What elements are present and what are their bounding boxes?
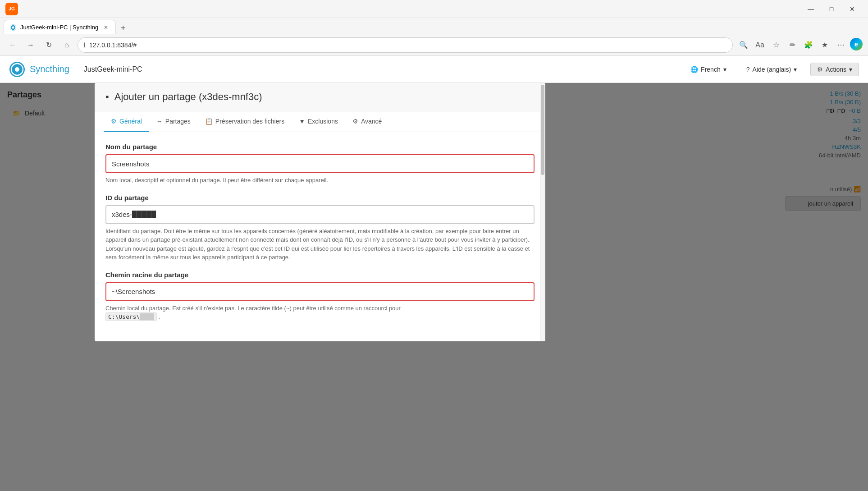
nom-input[interactable]: [105, 154, 535, 173]
pen-button[interactable]: ✏: [785, 38, 799, 52]
tab-bar: JustGeek-mini-PC | Syncthing ✕ +: [0, 18, 868, 34]
chemin-dot: .: [158, 313, 160, 320]
globe-icon: 🌐: [690, 66, 698, 73]
syncthing-logo: Syncthing: [9, 61, 69, 78]
preservation-tab-icon: 📋: [205, 118, 213, 125]
aide-label: Aide (anglais): [752, 66, 791, 73]
french-button[interactable]: 🌐 French ▾: [684, 63, 733, 76]
main-content: Partages 📁 Default 1 B/s (30 B) 1 B/s (3…: [0, 83, 868, 491]
lock-icon: ℹ: [83, 41, 86, 49]
chemin-group: Chemin racine du partage Chemin local du…: [105, 271, 535, 321]
exclusions-tab-label: Exclusions: [308, 118, 338, 125]
refresh-button[interactable]: ↻: [41, 38, 56, 52]
search-button[interactable]: 🔍: [736, 38, 751, 52]
new-tab-button[interactable]: +: [117, 22, 129, 34]
nav-bar: ← → ↻ ⌂ ℹ 127.0.0.1:8384/# 🔍 Aa ☆ ✏ 🧩 ★ …: [0, 34, 868, 56]
french-dropdown-icon: ▾: [723, 66, 726, 73]
chemin-code: C:\Users\████: [105, 312, 157, 321]
actions-label: Actions: [826, 66, 846, 73]
tab-exclusions[interactable]: ▼ Exclusions: [292, 111, 345, 132]
back-button[interactable]: ←: [5, 38, 20, 52]
tab-avance[interactable]: ⚙ Avancé: [345, 111, 389, 132]
svg-point-3: [15, 67, 19, 72]
browser-app-icon: JG: [5, 3, 18, 15]
exclusions-tab-icon: ▼: [299, 118, 305, 125]
menu-button[interactable]: ⋯: [834, 38, 848, 52]
modal-tabs: ⚙ Général ↔ Partages 📋 Préservation des …: [95, 111, 545, 132]
chemin-label: Chemin racine du partage: [105, 271, 535, 279]
syncthing-logo-text: Syncthing: [30, 64, 69, 74]
id-label: ID du partage: [105, 194, 535, 202]
french-label: French: [701, 66, 721, 73]
modal-body: Nom du partage Nom local, descriptif et …: [95, 132, 545, 341]
chemin-help: Chemin local du partage. Est créé s'il n…: [105, 304, 535, 321]
forward-button[interactable]: →: [23, 38, 38, 52]
syncthing-app: Syncthing JustGeek-mini-PC 🌐 French ▾ ? …: [0, 56, 868, 491]
nom-partage-group: Nom du partage Nom local, descriptif et …: [105, 143, 535, 185]
general-tab-icon: ⚙: [111, 118, 117, 125]
header-right: 🌐 French ▾ ? Aide (anglais) ▾ ⚙ Actions …: [684, 63, 859, 76]
nom-label: Nom du partage: [105, 143, 535, 151]
modal-overlay: ▪ Ajouter un partage (x3des-mnf3c) ⚙ Gén…: [0, 83, 868, 491]
address-text: 127.0.0.1:8384/#: [89, 41, 137, 49]
syncthing-tab[interactable]: JustGeek-mini-PC | Syncthing ✕: [4, 20, 116, 34]
home-button[interactable]: ⌂: [59, 38, 74, 52]
id-help: Identifiant du partage. Doit être le mêm…: [105, 227, 535, 262]
tab-preservation[interactable]: 📋 Préservation des fichiers: [198, 111, 292, 132]
collections-button[interactable]: ★: [818, 38, 832, 52]
general-tab-label: Général: [119, 118, 142, 125]
tab-partages[interactable]: ↔ Partages: [149, 111, 198, 132]
favorites-button[interactable]: ☆: [769, 38, 783, 52]
tab-general[interactable]: ⚙ Général: [104, 111, 149, 132]
aide-button[interactable]: ? Aide (anglais) ▾: [740, 63, 803, 76]
scrollbar-track[interactable]: [540, 83, 545, 341]
scrollbar-thumb[interactable]: [541, 85, 544, 175]
nav-right-buttons: 🔍 Aa ☆ ✏ 🧩 ★ ⋯ e: [736, 38, 863, 52]
id-input[interactable]: [105, 205, 535, 224]
avance-tab-label: Avancé: [361, 118, 382, 125]
syncthing-favicon: [9, 24, 17, 31]
extensions-button[interactable]: 🧩: [801, 38, 816, 52]
avance-tab-icon: ⚙: [352, 118, 358, 125]
syncthing-logo-icon: [9, 61, 25, 78]
svg-point-1: [12, 26, 14, 28]
modal-header: ▪ Ajouter un partage (x3des-mnf3c): [95, 83, 545, 111]
id-partage-group: ID du partage Identifiant du partage. Do…: [105, 194, 535, 262]
maximize-button[interactable]: □: [821, 2, 842, 16]
nom-help: Nom local, descriptif et optionnel du pa…: [105, 176, 535, 185]
edge-logo: e: [850, 38, 863, 50]
preservation-tab-label: Préservation des fichiers: [215, 118, 284, 125]
minimize-button[interactable]: —: [800, 2, 821, 16]
folder-header-icon: ▪: [105, 91, 109, 103]
modal-title: Ajouter un partage (x3des-mnf3c): [114, 91, 262, 103]
chemin-input[interactable]: [105, 282, 535, 301]
partages-tab-label: Partages: [165, 118, 191, 125]
help-icon: ?: [746, 66, 750, 73]
syncthing-header: Syncthing JustGeek-mini-PC 🌐 French ▾ ? …: [0, 56, 868, 83]
device-name: JustGeek-mini-PC: [84, 65, 142, 73]
translate-button[interactable]: Aa: [753, 38, 767, 52]
tab-label: JustGeek-mini-PC | Syncthing: [20, 24, 98, 31]
add-folder-modal: ▪ Ajouter un partage (x3des-mnf3c) ⚙ Gén…: [95, 83, 545, 341]
address-bar[interactable]: ℹ 127.0.0.1:8384/#: [78, 37, 733, 53]
gear-icon: ⚙: [817, 66, 823, 73]
tab-close-button[interactable]: ✕: [102, 23, 110, 32]
actions-button[interactable]: ⚙ Actions ▾: [810, 63, 859, 76]
partages-tab-icon: ↔: [156, 118, 163, 125]
actions-dropdown-icon: ▾: [849, 66, 852, 73]
browser-titlebar: JG — □ ✕: [0, 0, 868, 18]
aide-dropdown-icon: ▾: [794, 66, 797, 73]
close-button[interactable]: ✕: [842, 2, 863, 16]
